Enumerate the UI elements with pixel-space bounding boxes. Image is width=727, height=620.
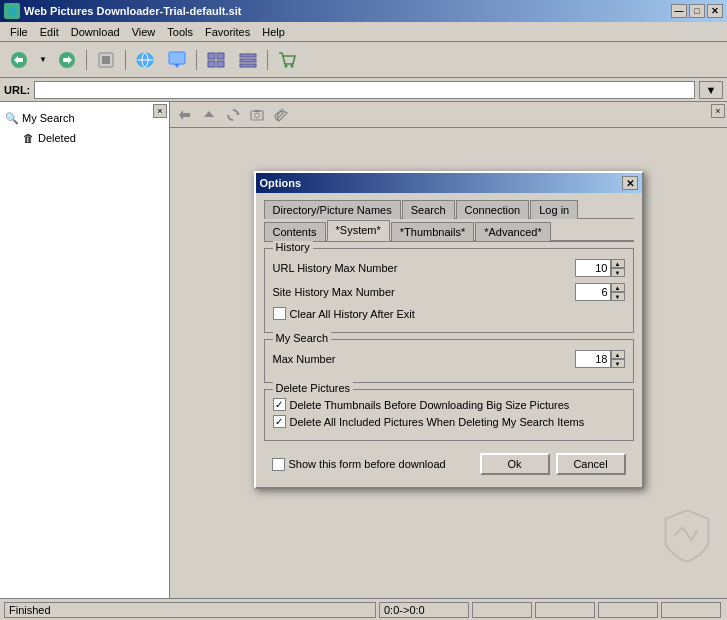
url-go-button[interactable]: ▼: [699, 81, 723, 99]
ok-button[interactable]: Ok: [480, 453, 550, 475]
delete-included-label: Delete All Included Pictures When Deleti…: [290, 416, 585, 428]
my-search-group: My Search Max Number ▲ ▼: [264, 339, 634, 383]
menu-help[interactable]: Help: [256, 24, 291, 40]
gallery-view-button[interactable]: [201, 46, 231, 74]
back-dropdown[interactable]: ▼: [36, 46, 50, 74]
menu-edit[interactable]: Edit: [34, 24, 65, 40]
delete-pictures-group-label: Delete Pictures: [273, 382, 354, 394]
delete-thumbnails-row: ✓ Delete Thumbnails Before Downloading B…: [273, 398, 625, 411]
max-number-spinner-btns: ▲ ▼: [611, 350, 625, 368]
svg-rect-14: [217, 53, 224, 59]
status-s5: [598, 602, 658, 618]
menu-file[interactable]: File: [4, 24, 34, 40]
window-title: Web Pictures Downloader-Trial-default.si…: [24, 5, 241, 17]
url-history-row: URL History Max Number ▲ ▼: [273, 259, 625, 277]
tree-item-my-search[interactable]: 🔍 My Search: [0, 108, 169, 128]
show-form-checkbox[interactable]: [272, 458, 285, 471]
dialog-action-buttons: Ok Cancel: [480, 453, 626, 475]
svg-rect-13: [208, 53, 215, 59]
svg-point-20: [285, 64, 288, 67]
svg-rect-15: [208, 61, 215, 67]
status-s6: [661, 602, 721, 618]
clear-history-label: Clear All History After Exit: [290, 308, 415, 320]
tab-system[interactable]: *System*: [327, 220, 390, 241]
url-history-input[interactable]: [575, 259, 611, 277]
forward-button[interactable]: [52, 46, 82, 74]
svg-point-21: [291, 64, 294, 67]
dialog-title: Options: [260, 177, 302, 189]
status-label: Finished: [9, 604, 51, 616]
tab-search[interactable]: Search: [402, 200, 455, 219]
site-history-input[interactable]: [575, 283, 611, 301]
cart-button[interactable]: [272, 46, 302, 74]
status-sections: Finished 0:0->0:0: [4, 602, 723, 618]
options-dialog-overlay: Options ✕ Directory/Picture Names Search: [170, 102, 727, 598]
status-s4: [535, 602, 595, 618]
main-area: × 🔍 My Search 🗑 Deleted: [0, 102, 727, 598]
title-bar-buttons: — □ ✕: [671, 4, 723, 18]
app-icon: 🌐: [4, 3, 20, 19]
max-number-label: Max Number: [273, 353, 575, 365]
svg-rect-19: [240, 64, 256, 67]
tab-login[interactable]: Log in: [530, 200, 578, 219]
menu-tools[interactable]: Tools: [161, 24, 199, 40]
svg-rect-7: [102, 56, 110, 64]
max-number-down[interactable]: ▼: [611, 359, 625, 368]
svg-rect-5: [63, 58, 68, 62]
url-history-label: URL History Max Number: [273, 262, 575, 274]
title-bar: 🌐 Web Pictures Downloader-Trial-default.…: [0, 0, 727, 22]
url-label: URL:: [4, 84, 30, 96]
site-history-up[interactable]: ▲: [611, 283, 625, 292]
delete-thumbnails-checkbox[interactable]: ✓: [273, 398, 286, 411]
browse-button[interactable]: [130, 46, 160, 74]
maximize-button[interactable]: □: [689, 4, 705, 18]
stop-button[interactable]: [91, 46, 121, 74]
svg-rect-2: [18, 58, 23, 62]
tab-thumbnails[interactable]: *Thumbnails*: [391, 222, 474, 241]
status-bar: Finished 0:0->0:0: [0, 598, 727, 620]
close-window-button[interactable]: ✕: [707, 4, 723, 18]
tabs-row-1: Directory/Picture Names Search Connectio…: [264, 199, 634, 219]
my-search-icon: 🔍: [4, 110, 20, 126]
max-number-up[interactable]: ▲: [611, 350, 625, 359]
clear-history-checkbox[interactable]: [273, 307, 286, 320]
site-history-spinner-btns: ▲ ▼: [611, 283, 625, 301]
delete-pictures-group: Delete Pictures ✓ Delete Thumbnails Befo…: [264, 389, 634, 441]
menu-view[interactable]: View: [126, 24, 162, 40]
tree-item-deleted[interactable]: 🗑 Deleted: [0, 128, 169, 148]
tab-advanced[interactable]: *Advanced*: [475, 222, 551, 241]
tab-connection[interactable]: Connection: [456, 200, 530, 219]
svg-rect-11: [169, 52, 185, 64]
minimize-button[interactable]: —: [671, 4, 687, 18]
svg-rect-17: [240, 54, 256, 57]
back-button[interactable]: [4, 46, 34, 74]
menu-download[interactable]: Download: [65, 24, 126, 40]
center-panel: × Options ✕ Directory/Picture Names: [170, 102, 727, 598]
delete-included-checkbox[interactable]: ✓: [273, 415, 286, 428]
site-history-row: Site History Max Number ▲ ▼: [273, 283, 625, 301]
max-number-input[interactable]: [575, 350, 611, 368]
deleted-label: Deleted: [38, 132, 76, 144]
url-bar: URL: ▼: [0, 78, 727, 102]
left-panel-close[interactable]: ×: [153, 104, 167, 118]
toolbar: ▼: [0, 42, 727, 78]
title-bar-left: 🌐 Web Pictures Downloader-Trial-default.…: [4, 3, 241, 19]
download-button[interactable]: [162, 46, 192, 74]
url-input[interactable]: [34, 81, 695, 99]
url-history-up[interactable]: ▲: [611, 259, 625, 268]
dialog-content: Directory/Picture Names Search Connectio…: [256, 193, 642, 487]
list-view-button[interactable]: [233, 46, 263, 74]
deleted-icon: 🗑: [20, 130, 36, 146]
cancel-button[interactable]: Cancel: [556, 453, 626, 475]
url-history-down[interactable]: ▼: [611, 268, 625, 277]
dialog-close-button[interactable]: ✕: [622, 176, 638, 190]
menu-favorites[interactable]: Favorites: [199, 24, 256, 40]
delete-thumbnails-label: Delete Thumbnails Before Downloading Big…: [290, 399, 570, 411]
svg-marker-12: [174, 64, 180, 68]
tab-contents[interactable]: Contents: [264, 222, 326, 241]
status-text: Finished: [4, 602, 376, 618]
tab-directory[interactable]: Directory/Picture Names: [264, 200, 401, 219]
site-history-down[interactable]: ▼: [611, 292, 625, 301]
show-form-label: Show this form before download: [289, 458, 446, 470]
history-group-label: History: [273, 241, 313, 253]
